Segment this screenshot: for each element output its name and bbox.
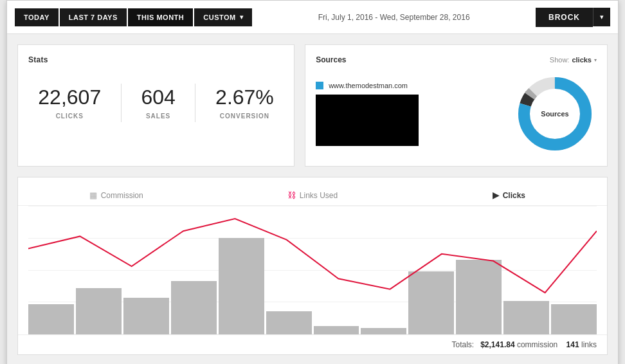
chart-area	[18, 206, 607, 334]
bar-11	[551, 304, 597, 334]
clicks-icon: ▶	[493, 190, 499, 200]
source-url: www.themodestman.com	[329, 82, 408, 89]
bar-6	[314, 326, 359, 334]
chart-tab-links[interactable]: ⛓ Links Used	[214, 185, 410, 205]
commission-footer-text: commission	[517, 340, 557, 349]
tab-thismonth[interactable]: THIS MONTH	[128, 8, 193, 26]
bar-3	[171, 281, 217, 334]
conversion-label: CONVERSION	[220, 113, 269, 120]
conversion-value: 2.67%	[215, 86, 274, 109]
stat-divider-1	[121, 84, 122, 122]
bar-7	[361, 328, 406, 334]
bar-5	[266, 311, 312, 334]
stat-conversion: 2.67% CONVERSION	[215, 86, 274, 121]
user-dropdown-chevron[interactable]: ▾	[593, 8, 610, 26]
commission-total: $2,141.84	[480, 340, 514, 349]
main-container: TODAY LAST 7 DAYS THIS MONTH CUSTOM ▾ Fr…	[6, 0, 619, 364]
sales-value: 604	[141, 86, 175, 109]
chart-tab-clicks[interactable]: ▶ Clicks	[411, 185, 607, 205]
bar-4	[219, 238, 264, 334]
stat-sales: 604 SALES	[141, 86, 175, 121]
chart-tab-commission[interactable]: ▦ Commission	[18, 185, 214, 205]
links-total: 141	[566, 340, 579, 349]
sources-left: www.themodestman.com	[316, 82, 507, 146]
filter-chevron-icon: ▾	[594, 57, 597, 63]
donut-chart: Sources	[513, 72, 597, 156]
stat-clicks: 22,607 CLICKS	[38, 86, 101, 121]
sources-header: Sources Show: clicks ▾	[316, 55, 597, 64]
show-filter[interactable]: Show: clicks ▾	[550, 56, 597, 64]
commission-icon: ▦	[89, 190, 97, 200]
chart-tabs: ▦ Commission ⛓ Links Used ▶ Clicks	[18, 177, 607, 206]
donut-label: Sources	[541, 110, 568, 118]
header: TODAY LAST 7 DAYS THIS MONTH CUSTOM ▾ Fr…	[7, 1, 618, 34]
links-icon: ⛓	[287, 190, 296, 200]
user-name-button[interactable]: BROCK	[536, 8, 593, 27]
sources-content: www.themodestman.com	[316, 72, 597, 156]
show-label: Show:	[550, 56, 570, 64]
source-legend-item: www.themodestman.com	[316, 82, 507, 89]
sources-title: Sources	[316, 55, 346, 64]
sales-label: SALES	[146, 113, 170, 120]
links-footer-text: links	[581, 340, 597, 349]
bar-10	[503, 301, 549, 334]
bar-2	[123, 298, 169, 334]
commission-tab-label: Commission	[101, 191, 143, 200]
source-black-box	[316, 95, 419, 146]
bar-9	[456, 260, 502, 334]
tab-custom[interactable]: CUSTOM ▾	[194, 8, 252, 26]
totals-label: Totals:	[451, 340, 474, 349]
user-dropdown: BROCK ▾	[536, 8, 610, 27]
clicks-tab-label: Clicks	[503, 191, 525, 200]
bar-1	[76, 288, 122, 334]
custom-chevron-icon: ▾	[240, 14, 244, 21]
top-row: Stats 22,607 CLICKS 604 SALES 2.67% CONV…	[17, 44, 608, 167]
clicks-label: CLICKS	[56, 113, 84, 120]
clicks-value: 22,607	[38, 86, 101, 109]
tab-today[interactable]: TODAY	[15, 8, 59, 26]
date-range: Fri, July 1, 2016 - Wed, September 28, 2…	[252, 13, 536, 22]
chart-footer: Totals: $2,141.84 commission 141 links	[18, 334, 607, 354]
stats-title: Stats	[28, 55, 284, 64]
tab-last7[interactable]: LAST 7 DAYS	[60, 8, 127, 26]
bar-8	[408, 271, 454, 334]
content-area: Stats 22,607 CLICKS 604 SALES 2.67% CONV…	[7, 34, 618, 364]
stats-panel: Stats 22,607 CLICKS 604 SALES 2.67% CONV…	[17, 44, 294, 167]
chart-section: ▦ Commission ⛓ Links Used ▶ Clicks	[17, 177, 608, 355]
stat-divider-2	[195, 84, 195, 122]
nav-tabs: TODAY LAST 7 DAYS THIS MONTH CUSTOM ▾	[15, 8, 252, 26]
bars-container	[28, 206, 597, 334]
legend-color-box	[316, 82, 323, 89]
stats-numbers: 22,607 CLICKS 604 SALES 2.67% CONVERSION	[28, 77, 284, 135]
sources-panel: Sources Show: clicks ▾ www.themodestman.…	[305, 44, 608, 167]
filter-value: clicks	[572, 56, 592, 64]
bar-0	[28, 304, 74, 334]
links-tab-label: Links Used	[300, 191, 338, 200]
